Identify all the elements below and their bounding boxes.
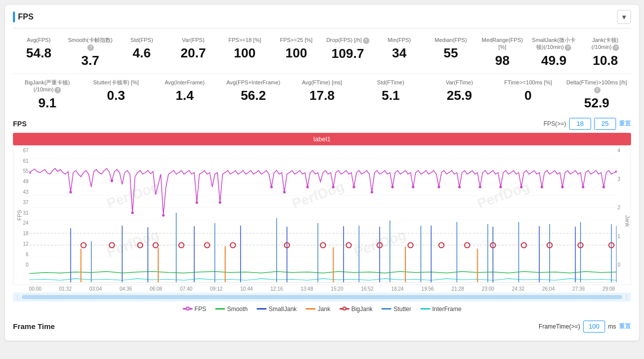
stat-stutter: Stutter(卡顿率) [%]0.3 [82, 77, 151, 105]
x-axis-tick: 01:32 [59, 286, 71, 292]
stat-delta_ftime: Delta(FTime)>100ms [/h]?52.9 [563, 77, 632, 113]
svg-point-77 [352, 186, 355, 188]
svg-point-75 [306, 186, 309, 188]
stat-value-avg_ftime: 17.8 [291, 88, 353, 103]
stats-section-1: Avg(FPS)54.8Smooth(卡帧指数)?3.7Std(FPS)4.6V… [13, 34, 631, 113]
scrollbar-area: ⋮ ⋮ [13, 293, 631, 302]
svg-point-79 [391, 186, 394, 188]
help-icon[interactable]: ? [363, 37, 369, 44]
stat-label-std_ftime: Std(FTime) [359, 79, 422, 86]
x-axis-tick: 21:28 [452, 286, 464, 292]
frame-time-controls: FrameTime(>=) ms 重置 [539, 321, 631, 333]
chart-area: PerfDog PerfDog PerfDog PerfDog PerfDog … [13, 145, 631, 285]
legend-item-interframe[interactable]: InterFrame [420, 306, 462, 313]
legend-item-big_jank[interactable]: BigJank [339, 306, 373, 313]
x-axis-tick: 27:36 [572, 286, 585, 292]
label-bar: label1 [13, 133, 631, 145]
main-chart-svg [29, 146, 617, 285]
fps-gte-label: FPS(>=) [544, 120, 566, 127]
chart-title: FPS [13, 120, 26, 128]
x-axis-tick: 00:00 [29, 286, 41, 292]
y-axis-right-tick: 0 [618, 262, 621, 268]
frame-time-input[interactable] [583, 321, 605, 333]
dropdown-button[interactable]: ▼ [617, 10, 631, 24]
legend-item-smooth[interactable]: Smooth [215, 306, 248, 313]
section-title: FPS [18, 12, 33, 21]
help-icon[interactable]: ? [594, 87, 601, 93]
legend-item-fps[interactable]: FPS [183, 306, 206, 313]
stat-label-smooth: Smooth(卡帧指数)? [67, 36, 113, 51]
stat-label-min_fps: Min(FPS) [376, 36, 422, 43]
stat-label-small_jank: SmallJank(微小卡顿)(/10min)? [531, 36, 577, 51]
chart-section: FPS FPS(>=) 重置 label1 PerfDog PerfDog Pe… [13, 118, 631, 316]
x-axis-tick: 23:00 [482, 286, 494, 292]
stat-label-delta_ftime: Delta(FTime)>100ms [/h]? [566, 79, 629, 93]
legend-label-smooth: Smooth [227, 306, 248, 313]
stat-value-ftime_gte100ms: 0 [497, 88, 560, 103]
x-axis-tick: 26:04 [542, 286, 555, 292]
x-axis-tick: 15:20 [331, 286, 343, 292]
jank-axis-label: Jank [625, 215, 631, 227]
x-axis-tick: 10:44 [240, 286, 253, 292]
stat-value-small_jank: 49.9 [531, 53, 577, 68]
reset-link[interactable]: 重置 [619, 119, 631, 128]
frame-time-reset-link[interactable]: 重置 [619, 322, 631, 331]
stat-value-median_fps: 55 [428, 45, 473, 61]
x-axis-tick: 07:40 [180, 286, 192, 292]
stat-avg_fps_interframe: Avg(FPS+InterFrame)56.2 [219, 77, 288, 105]
help-icon[interactable]: ? [565, 44, 571, 51]
stat-label-fps_gte25: FPS>=25 [%] [274, 36, 319, 43]
stat-jank: Jank(卡顿)(/10min)?10.8 [580, 34, 631, 70]
legend-label-fps: FPS [195, 306, 206, 313]
y-axis-left-tick: 31 [23, 210, 28, 216]
stat-label-avg_fps_interframe: Avg(FPS+InterFrame) [222, 79, 285, 86]
stat-value-fps_gte25: 100 [274, 45, 319, 61]
y-axis-left-tick: 37 [23, 200, 28, 205]
fps-threshold-2-input[interactable] [594, 118, 616, 130]
svg-point-81 [438, 186, 440, 188]
help-icon[interactable]: ? [87, 44, 94, 51]
y-axis-left-tick: 0 [25, 262, 28, 268]
x-axis-tick: 06:08 [150, 286, 162, 292]
y-axis-left-tick: 61 [23, 158, 28, 164]
svg-point-82 [458, 186, 461, 188]
stat-label-avg_ftime: Avg(FTime) [ms] [291, 79, 353, 86]
scrollbar-track[interactable] [22, 295, 622, 299]
stat-value-avg_interframe: 1.4 [153, 88, 216, 103]
stat-label-ftime_gte100ms: FTime>=100ms [%] [497, 79, 560, 86]
y-axis-right-tick: 1 [618, 234, 621, 239]
x-axis-tick: 19:56 [421, 286, 434, 292]
stat-value-jank: 10.8 [583, 53, 628, 68]
svg-point-86 [541, 186, 543, 188]
scrollbar-left-handle[interactable]: ⋮ [15, 294, 20, 300]
stat-ftime_gte100ms: FTime>=100ms [%]0 [494, 77, 563, 105]
stat-value-smooth: 3.7 [67, 53, 113, 68]
svg-point-88 [582, 186, 584, 188]
x-axis-tick: 29:08 [603, 286, 615, 292]
legend-item-jank[interactable]: Jank [306, 306, 330, 313]
x-axis: 00:0001:3203:0404:3606:0807:4009:1210:44… [13, 285, 631, 292]
y-axis-left-tick: 24 [23, 220, 28, 226]
svg-point-68 [110, 179, 113, 182]
stat-fps_gte18: FPS>=18 [%]100 [219, 34, 271, 63]
x-axis-tick: 24:32 [512, 286, 525, 292]
scrollbar-right-handle[interactable]: ⋮ [624, 294, 629, 300]
legend-item-stutter[interactable]: Stutter [381, 306, 411, 313]
frame-time-title: Frame Time [13, 322, 55, 331]
chart-legend: FPSSmoothSmalIJankJankBigJankStutterInte… [13, 303, 631, 316]
stat-medrange_fps: MedRange(FPS)[%]98 [477, 34, 528, 70]
fps-axis-label: FPS [16, 210, 22, 220]
stat-value-delta_ftime: 52.9 [566, 95, 629, 111]
help-icon[interactable]: ? [613, 44, 619, 51]
stat-big_jank: BigJank(严重卡顿)(/10min)?9.1 [13, 77, 82, 113]
help-icon[interactable]: ? [54, 87, 61, 93]
legend-item-small_jank[interactable]: SmalIJank [257, 306, 297, 313]
svg-point-89 [603, 186, 605, 188]
stat-std_fps: Std(FPS)4.6 [116, 34, 167, 63]
stat-min_fps: Min(FPS)34 [373, 34, 425, 63]
section-title-bar: FPS [13, 11, 33, 22]
fps-threshold-1-input[interactable] [569, 118, 591, 130]
stat-value-avg_fps_interframe: 56.2 [222, 88, 285, 103]
legend-label-stutter: Stutter [393, 306, 411, 313]
stat-value-fps_gte18: 100 [222, 45, 268, 61]
